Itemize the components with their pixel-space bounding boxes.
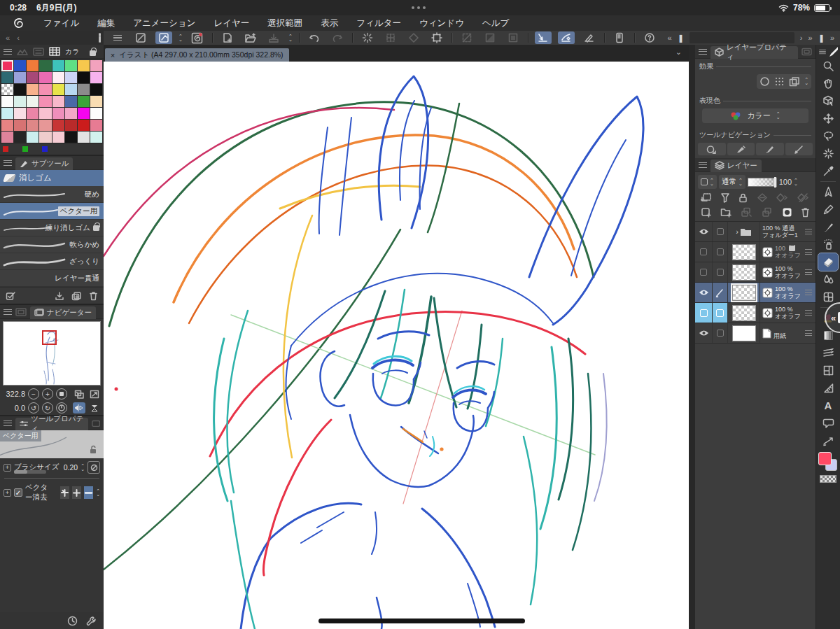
color-swatch[interactable]: [78, 120, 90, 131]
subtool-item-soft[interactable]: 軟らかめ: [0, 236, 104, 253]
undo-icon[interactable]: [306, 31, 323, 44]
visibility-check-box[interactable]: [700, 309, 708, 317]
color-swatch[interactable]: [78, 84, 90, 95]
brush-size-value[interactable]: 0.20: [64, 463, 78, 472]
foreground-color-swatch[interactable]: [818, 452, 832, 465]
mesh-transform-icon[interactable]: [382, 31, 399, 44]
blend-mode-dropdown[interactable]: 通常⌃⌄: [719, 175, 746, 189]
reset-defaults-icon[interactable]: [67, 616, 78, 626]
history-color-swatch[interactable]: [42, 146, 48, 152]
rotate-right-button[interactable]: ↻: [42, 402, 53, 414]
draft-check-box[interactable]: [716, 309, 724, 317]
color-swatch[interactable]: [90, 108, 102, 119]
color-swatch[interactable]: [39, 108, 51, 119]
color-swatch[interactable]: [14, 132, 26, 143]
layerprop-tab[interactable]: レイヤープロパティ: [710, 46, 798, 59]
fit-to-screen-icon[interactable]: [73, 388, 85, 400]
menu-filter[interactable]: フィルター: [356, 17, 401, 29]
lock-alpha-icon[interactable]: [720, 192, 730, 203]
color-swatch[interactable]: [90, 132, 102, 143]
effect-stepper[interactable]: ⌃⌄: [804, 78, 808, 85]
save-icon[interactable]: [265, 31, 282, 44]
color-swatch[interactable]: [1, 60, 13, 71]
delete-subtool-icon[interactable]: [89, 291, 98, 301]
rotate-left-button[interactable]: ↺: [28, 402, 39, 414]
color-swatch[interactable]: [78, 132, 90, 143]
tone-effect-icon[interactable]: [774, 76, 785, 87]
opacity-stepper[interactable]: ⌃⌄: [794, 179, 798, 185]
color-slider-tab-icon[interactable]: [33, 48, 44, 56]
layer-row-selected[interactable]: 100 %オオラフ: [695, 283, 816, 303]
color-swatch[interactable]: [52, 72, 64, 83]
crop-transform-icon[interactable]: [428, 31, 445, 44]
snap-ruler-icon[interactable]: [535, 31, 552, 44]
palette-menu-icon[interactable]: [4, 49, 12, 55]
menu-window[interactable]: ウィンドウ: [419, 17, 464, 29]
text-tool-icon[interactable]: A: [818, 397, 838, 414]
subview-tab-icon[interactable]: [15, 308, 27, 316]
snap-grid-icon[interactable]: [581, 31, 598, 44]
expression-color-dropdown[interactable]: カラー ⌃⌄: [702, 108, 808, 123]
draft-checkbox[interactable]: [717, 269, 724, 276]
stream-line-tool-icon[interactable]: [818, 344, 838, 362]
brush-size-slider[interactable]: [14, 470, 46, 474]
balloon-tool-icon[interactable]: [818, 414, 838, 432]
vector-erase-checkbox[interactable]: ✓: [14, 488, 22, 497]
color-swatch[interactable]: [39, 96, 51, 107]
color-swatch[interactable]: [1, 120, 13, 131]
color-swatch[interactable]: [65, 120, 77, 131]
color-set-tab-label[interactable]: カラ: [65, 47, 79, 57]
color-swatch[interactable]: [65, 84, 77, 95]
toolnav-rotate-icon[interactable]: [698, 143, 726, 155]
history-color-swatch[interactable]: [22, 146, 28, 152]
color-swatch[interactable]: [27, 108, 38, 119]
history-color-swatch[interactable]: [3, 146, 8, 152]
subtool-menu-icon[interactable]: [4, 160, 12, 166]
visibility-off-box[interactable]: [700, 248, 707, 255]
menu-help[interactable]: ヘルプ: [482, 17, 509, 29]
layer-drag-handle[interactable]: [805, 249, 812, 255]
unlock-icon[interactable]: [89, 445, 98, 454]
ruler-range-icon[interactable]: [776, 192, 789, 203]
layer-thumbnail[interactable]: [732, 285, 756, 301]
layer-color-icon[interactable]: [789, 77, 800, 87]
draft-checkbox[interactable]: [717, 228, 724, 235]
draft-checkbox[interactable]: [717, 248, 724, 255]
color-swatch[interactable]: [27, 96, 38, 107]
clip-at-layer-below-icon[interactable]: [701, 192, 712, 203]
new-folder-icon[interactable]: [720, 207, 732, 218]
color-swatch[interactable]: [1, 72, 13, 83]
color-swatch[interactable]: [90, 96, 102, 107]
subtool-item-kneaded[interactable]: 練り消しゴム: [0, 220, 104, 236]
vector-erase-expand-icon[interactable]: +: [4, 489, 11, 497]
layer-drag-handle[interactable]: [805, 269, 812, 275]
draft-checkbox[interactable]: [717, 330, 724, 337]
selection-dash-icon[interactable]: [458, 31, 475, 44]
color-swatch[interactable]: [39, 132, 51, 143]
transfer-down-icon[interactable]: [741, 207, 752, 218]
enable-mask-icon[interactable]: [757, 192, 768, 203]
layer-thumbnail[interactable]: [732, 244, 756, 260]
opacity-slider[interactable]: [748, 178, 777, 187]
color-swatch[interactable]: [65, 132, 77, 143]
import-subtool-icon[interactable]: [55, 291, 64, 301]
layer-move-tool-icon[interactable]: [818, 110, 838, 127]
color-swatch[interactable]: [14, 84, 26, 95]
layer-thumbnail[interactable]: [732, 325, 756, 341]
fit-to-area-icon[interactable]: [88, 388, 101, 400]
zoom-out-button[interactable]: −: [28, 388, 39, 400]
color-swatch[interactable]: [14, 120, 26, 131]
color-swatch[interactable]: [90, 60, 102, 71]
subtool-item-vector[interactable]: ベクター用: [0, 203, 104, 220]
toolnav-selection-pen-icon[interactable]: [727, 143, 755, 155]
visibility-eye-icon[interactable]: [699, 289, 709, 296]
opacity-value[interactable]: 100: [779, 178, 792, 186]
pencil-tool-icon[interactable]: [818, 201, 838, 218]
layer-drag-handle[interactable]: [805, 330, 812, 336]
zoom-reset-button[interactable]: [56, 388, 67, 400]
menu-file[interactable]: ファイル: [43, 17, 79, 29]
layer-row-locked[interactable]: 100 オオラフ: [695, 242, 816, 262]
layer-row[interactable]: 100 %オオラフ: [695, 262, 816, 283]
visibility-eye-icon[interactable]: [699, 228, 709, 235]
subtool-detail-icon[interactable]: [6, 291, 16, 301]
